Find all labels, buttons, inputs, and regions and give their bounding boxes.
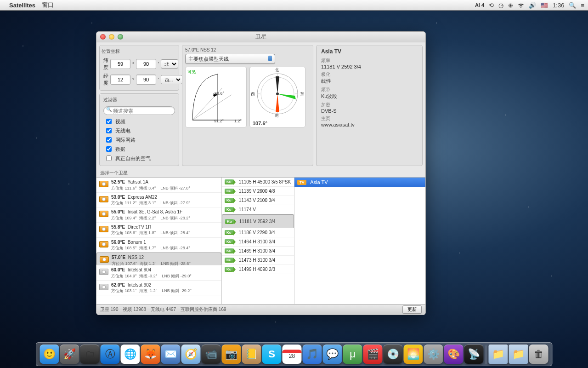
lon-dir[interactable]: 西... [161,75,182,84]
finder-icon[interactable]: 🙂 [40,345,59,364]
satellite-row[interactable]: 56.0°E Bonum 1方位角 108.5° 海拔 1.7° LNB 倾斜 … [96,238,221,253]
satellite-row[interactable]: 55.8°E DirecTV 1R方位角 108.6° 海拔 1.8° LNB … [96,223,221,238]
visibility-icon[interactable] [99,181,108,187]
svg-line-2 [192,95,232,120]
dock-separator [486,345,486,364]
visibility-icon[interactable] [99,226,108,232]
app-icon-2[interactable]: 💿 [384,345,403,364]
contacts-icon[interactable]: 📒 [242,345,261,364]
coords-title: 位置坐标 [102,48,178,55]
chk-fta[interactable] [106,155,112,161]
search-input[interactable] [103,106,175,115]
satellite-list[interactable]: 52.5°E Yahsat 1A方位角 111.6° 海拔 3.4° LNB 倾… [96,178,222,304]
chk-video[interactable] [106,119,112,124]
transponder-row[interactable]: Ku11143 V 2100 3/4 [222,196,294,205]
transponder-row[interactable]: Ku11181 V 2592 3/4 [222,214,294,228]
ku-badge-icon: Ku [225,258,233,263]
elevation-diagram: 可见 -28.6° 91.2° 1.2° [185,67,247,127]
chk-internet[interactable] [106,137,112,143]
mission-control-icon[interactable]: 🗂 [80,345,100,364]
antenna-dropdown[interactable]: 主要焦点碟型天线 [185,54,275,64]
downloads-folder-icon[interactable]: 📁 [509,345,528,364]
trash-icon[interactable]: 🗑 [529,345,548,364]
satellites-app-icon[interactable]: 📡 [464,345,484,364]
utorrent-icon[interactable]: μ [343,345,362,364]
chk-radio[interactable] [106,128,112,133]
notification-icon[interactable]: ≡ [581,2,584,9]
satellite-row[interactable]: 62.0°E Intelsat 902方位角 103.1° 海拔 -1.2° L… [96,281,221,296]
lat-input[interactable] [110,59,130,69]
statusbar: 卫星 190 视频 13968 无线电 4497 互联网服务供应商 169 更新 [96,304,425,315]
visibility-icon[interactable] [99,211,108,217]
lon-input[interactable] [110,75,130,85]
firefox-icon[interactable]: 🦊 [141,345,160,364]
transponder-list[interactable]: Ku11105 H 45000 3/5 8PSKKu11139 V 2600 4… [222,178,294,304]
messages-icon[interactable]: 💬 [323,345,342,364]
transponder-row[interactable]: Ku11469 H 3100 3/4 [222,247,294,256]
satellite-row[interactable]: 55.0°E Insat 3E, G-Sat 8, Astra 1F方位角 10… [96,207,221,223]
transponder-row[interactable]: Ku11105 H 45000 3/5 8PSK [222,178,294,187]
app-icon-1[interactable]: 🎬 [363,345,383,364]
chrome-icon[interactable]: 🌐 [121,345,140,364]
chk-data[interactable] [106,146,112,152]
app-name[interactable]: Satellites [9,2,35,9]
timemachine-icon[interactable]: ◷ [498,2,503,9]
appstore-icon[interactable]: Ⓐ [101,345,120,364]
dropbox-icon[interactable]: ⟲ [489,2,494,9]
lon-label: 经度 [103,73,108,86]
visibility-icon[interactable] [99,196,108,202]
volume-icon[interactable]: 🔊 [529,2,536,9]
documents-folder-icon[interactable]: 📁 [489,345,508,364]
zoom-button[interactable] [118,34,123,40]
spotlight-icon[interactable]: 🔍 [569,2,576,9]
lat-max[interactable] [136,59,156,69]
transponder-row[interactable]: Ku11186 V 2290 3/4 [222,228,294,237]
lat-dir[interactable]: 北 [161,59,178,69]
close-button[interactable] [100,34,106,40]
compass-diagram: 北 南 东 西 107.6° [249,67,305,127]
clock[interactable]: 1:36 [553,2,564,9]
satellite-row[interactable]: 60.0°E Intelsat 904方位角 104.9° 海拔 -0.2° L… [96,265,221,281]
titlebar[interactable]: 卫星 [96,32,425,42]
lon-max[interactable] [136,75,156,85]
sat-header: 57.0°E NSS 12 [185,47,310,52]
app-icon-3[interactable]: 🎨 [444,345,464,364]
channel-list[interactable]: TV Asia TV [294,178,425,304]
satellite-row[interactable]: 57.0°E NSS 12方位角 107.6° 海拔 1.2° LNB 倾斜 -… [96,253,221,265]
menu-window[interactable]: 窗口 [42,1,54,9]
select-sat-label: 选择一个卫星 [96,169,425,177]
itunes-icon[interactable]: 🎵 [303,345,322,364]
visibility-icon[interactable] [99,284,108,290]
safari-icon[interactable]: 🧭 [181,345,201,364]
channel-row[interactable]: TV Asia TV [294,178,425,187]
satellite-row[interactable]: 53.0°E Express AM22方位角 111.2° 海拔 3.1° LN… [96,193,221,208]
iphoto-icon[interactable]: 🌅 [404,345,423,364]
update-button[interactable]: 更新 [402,305,422,314]
visibility-icon[interactable] [99,241,108,247]
ku-badge-icon: Ku [225,198,233,203]
transponder-row[interactable]: Ku11174 V [222,205,294,214]
svg-marker-10 [277,94,296,99]
transponder-row[interactable]: Ku11464 H 3100 3/4 [222,237,294,247]
satellite-row[interactable]: 52.5°E Yahsat 1A方位角 111.6° 海拔 3.4° LNB 倾… [96,178,221,193]
transponder-row[interactable]: Ku11139 V 2600 4/8 [222,187,294,196]
launchpad-icon[interactable]: 🚀 [60,345,79,364]
visibility-icon[interactable] [100,256,109,263]
transponder-row[interactable]: Ku11473 H 3100 3/4 [222,256,294,265]
minimize-button[interactable] [109,34,114,40]
mail-icon[interactable]: ✉️ [161,345,181,364]
visibility-icon[interactable] [99,269,108,275]
adobe-icon[interactable]: AI 4 [475,2,484,8]
menubar: Satellites 窗口 AI 4 ⟲ ◷ ⊕ 🔊 🇺🇸 1:36 🔍 ≡ [0,0,588,11]
transponder-row[interactable]: Ku11499 H 4090 2/3 [222,265,294,274]
skype-icon[interactable]: S [262,345,282,364]
sync-icon[interactable]: ⊕ [508,2,513,9]
flag-icon[interactable]: 🇺🇸 [541,2,548,9]
calendar-icon[interactable]: 28 [283,345,302,364]
preferences-icon[interactable]: ⚙️ [424,345,443,364]
svg-marker-12 [276,76,279,94]
photobooth-icon[interactable]: 📷 [222,345,241,364]
wifi-icon[interactable] [518,1,524,9]
facetime-icon[interactable]: 📹 [202,345,221,364]
svg-marker-11 [276,94,279,112]
